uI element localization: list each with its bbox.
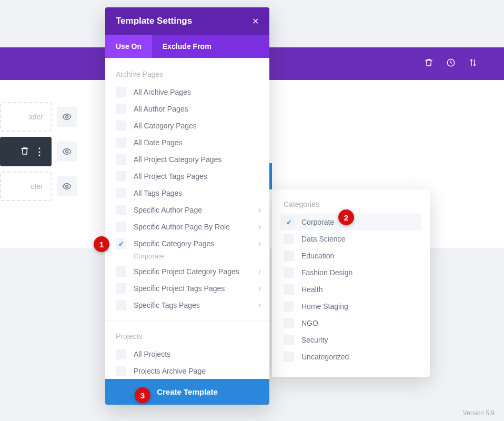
category-option[interactable]: Health [280, 281, 421, 298]
checkbox[interactable] [116, 300, 126, 310]
chevron-right-icon: › [258, 205, 261, 215]
sort-icon[interactable] [468, 58, 478, 69]
option-label: All Projects [134, 350, 261, 358]
option-row[interactable]: Specific Author Page› [105, 202, 269, 218]
categories-list: CorporateData ScienceEducationFashion De… [280, 214, 421, 365]
eye-icon [62, 182, 72, 191]
modal-tabs: Use On Exclude From [105, 35, 269, 58]
create-template-button[interactable]: Create Template [105, 379, 269, 405]
checkbox[interactable] [116, 121, 126, 131]
option-row[interactable]: All Category Pages [105, 117, 269, 134]
template-slot-row: ⋮ [0, 137, 77, 166]
checkbox[interactable] [116, 171, 126, 182]
category-option[interactable]: Data Science [280, 230, 421, 247]
flyout-accent [269, 163, 272, 189]
option-label: All Category Pages [134, 122, 261, 130]
svg-point-3 [66, 185, 68, 188]
option-label: All Tags Pages [134, 189, 261, 197]
visibility-toggle[interactable] [57, 142, 77, 162]
category-option[interactable]: Fashion Design [280, 264, 421, 281]
section-title: Projects [105, 320, 269, 346]
option-row[interactable]: Specific Category Pages› [105, 235, 269, 252]
trash-icon[interactable] [424, 58, 434, 69]
checkbox[interactable] [284, 234, 294, 244]
checkbox[interactable] [116, 283, 126, 294]
category-label: Data Science [301, 235, 345, 243]
checkbox[interactable] [284, 318, 294, 328]
checkbox[interactable] [116, 205, 126, 215]
option-subtext: Corporate [105, 252, 269, 263]
body-slot-active[interactable]: ⋮ [0, 137, 52, 166]
checkbox[interactable] [116, 266, 126, 277]
footer-slot[interactable]: oter [0, 172, 52, 201]
annotation-badge-1: 1 [94, 236, 109, 252]
template-slot-row: oter [0, 172, 77, 201]
category-option[interactable]: Uncategorized [280, 348, 421, 365]
category-label: Security [301, 336, 328, 344]
checkbox[interactable] [284, 335, 294, 345]
slot-label: ader [28, 113, 43, 121]
option-label: All Date Pages [134, 138, 261, 147]
checkbox[interactable] [116, 137, 126, 148]
option-row[interactable]: All Author Pages [105, 101, 269, 117]
category-label: Uncategorized [301, 353, 349, 361]
option-row[interactable]: All Project Tags Pages [105, 168, 269, 185]
checkbox[interactable] [116, 87, 126, 97]
option-row[interactable]: Specific Tags Pages› [105, 297, 269, 314]
trash-icon[interactable] [20, 146, 29, 157]
category-label: Corporate [301, 218, 334, 226]
checkbox[interactable] [116, 104, 126, 114]
modal-title: Template Settings [116, 16, 192, 26]
option-row[interactable]: All Tags Pages [105, 185, 269, 202]
option-row[interactable]: Specific Project Tags Pages› [105, 280, 269, 297]
option-row[interactable]: Specific Project Category Pages› [105, 263, 269, 280]
close-icon[interactable]: ✕ [252, 16, 259, 26]
category-label: Education [301, 252, 334, 260]
template-slot-row: ader [0, 102, 77, 132]
chevron-right-icon: › [258, 267, 261, 276]
option-label: Specific Category Pages [134, 239, 258, 248]
annotation-badge-3: 3 [135, 387, 150, 403]
header-slot[interactable]: ader [0, 102, 52, 132]
option-label: Specific Author Page [134, 206, 258, 214]
checkbox[interactable] [284, 352, 294, 362]
checkbox[interactable] [284, 284, 294, 295]
chevron-right-icon: › [258, 300, 261, 310]
tab-exclude-from[interactable]: Exclude From [152, 35, 222, 58]
option-label: Specific Project Category Pages [134, 267, 258, 276]
chevron-right-icon: › [258, 284, 261, 293]
checkbox[interactable] [116, 349, 126, 359]
slot-label: oter [31, 182, 43, 191]
option-label: Projects Archive Page [134, 367, 261, 375]
option-label: Specific Tags Pages [134, 301, 258, 309]
checkbox[interactable] [284, 267, 294, 278]
checkbox[interactable] [116, 154, 126, 165]
option-row[interactable]: Specific Author Page By Role› [105, 218, 269, 235]
option-row[interactable]: All Project Category Pages [105, 151, 269, 168]
option-row[interactable]: Projects Archive Page [105, 363, 269, 379]
template-area-list: ader ⋮ oter [0, 98, 80, 216]
option-row[interactable]: All Date Pages [105, 134, 269, 151]
checkbox[interactable] [284, 217, 294, 227]
option-row[interactable]: All Projects [105, 346, 269, 363]
checkbox[interactable] [284, 250, 294, 261]
checkbox[interactable] [116, 188, 126, 198]
checkbox[interactable] [284, 301, 294, 312]
more-icon[interactable]: ⋮ [35, 146, 44, 157]
visibility-toggle[interactable] [57, 107, 77, 127]
annotation-badge-2: 2 [338, 209, 354, 225]
category-option[interactable]: NGO [280, 315, 421, 332]
checkbox[interactable] [116, 238, 126, 249]
category-label: NGO [301, 319, 318, 327]
option-label: All Project Category Pages [134, 155, 261, 164]
checkbox[interactable] [116, 366, 126, 376]
tab-use-on[interactable]: Use On [105, 35, 152, 58]
category-option[interactable]: Security [280, 332, 421, 348]
checkbox[interactable] [116, 222, 126, 232]
version-label: Version 5.9 [463, 409, 495, 417]
category-option[interactable]: Home Staging [280, 298, 421, 315]
visibility-toggle[interactable] [57, 176, 77, 196]
clock-icon[interactable] [446, 58, 456, 69]
category-option[interactable]: Education [280, 247, 421, 264]
option-row[interactable]: All Archive Pages [105, 84, 269, 101]
